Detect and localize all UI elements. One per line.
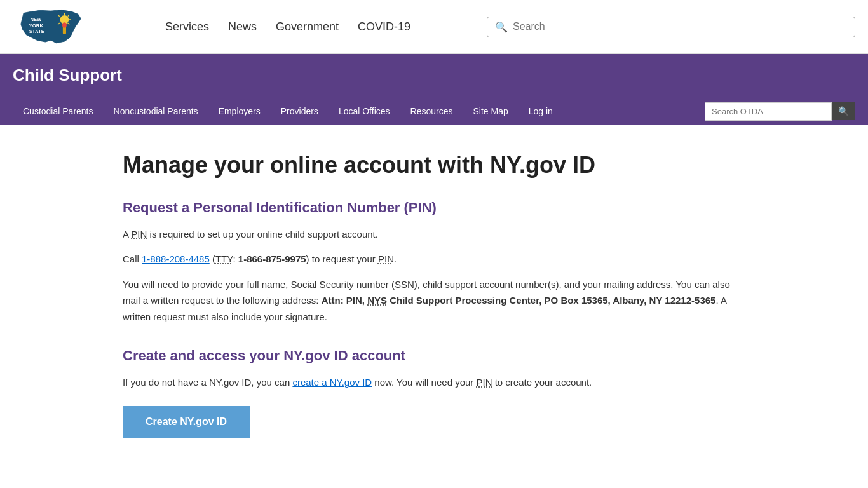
search-input[interactable] [513, 21, 847, 32]
site-banner: Child Support [0, 54, 868, 97]
logo-area: NEW YORK STATE [13, 8, 165, 46]
secondary-nav-links: Custodial Parents Noncustodial Parents E… [13, 97, 705, 125]
page-title: Manage your online account with NY.gov I… [123, 151, 745, 180]
svg-text:NEW: NEW [30, 17, 42, 22]
top-navigation: NEW YORK STATE Services News Government … [0, 0, 868, 54]
nav-covid[interactable]: COVID-19 [358, 20, 410, 34]
nav-news[interactable]: News [228, 20, 257, 34]
site-title: Child Support [13, 65, 855, 85]
pin-para-2: Call 1-888-208-4485 (TTY: 1-866-875-9975… [123, 251, 745, 268]
svg-text:STATE: STATE [29, 29, 44, 34]
pin-section-heading: Request a Personal Identification Number… [123, 200, 745, 216]
search-icon: 🔍 [495, 21, 508, 33]
tty-number: 1-866-875-9975 [238, 254, 306, 264]
svg-text:YORK: YORK [29, 23, 44, 29]
pin-section: Request a Personal Identification Number… [123, 200, 745, 325]
content-primary: Manage your online account with NY.gov I… [123, 151, 745, 461]
nav-providers[interactable]: Providers [271, 97, 329, 125]
nygov-section-heading: Create and access your NY.gov ID account [123, 348, 745, 364]
main-content: Manage your online account with NY.gov I… [85, 125, 783, 486]
tty-abbr: TTY [215, 254, 233, 264]
pin-para-3: You will need to provide your full name,… [123, 276, 745, 325]
nys-abbr: NYS [367, 295, 387, 306]
nav-log-in[interactable]: Log in [519, 97, 563, 125]
nav-resources[interactable]: Resources [400, 97, 463, 125]
nav-government[interactable]: Government [276, 20, 339, 34]
ny-state-logo: NEW YORK STATE [13, 8, 89, 46]
nygov-para-1: If you do not have a NY.gov ID, you can … [123, 374, 745, 391]
pin-abbr-2: PIN [378, 254, 394, 264]
nav-services[interactable]: Services [165, 20, 209, 34]
phone-link-primary[interactable]: 1-888-208-4485 [142, 254, 210, 264]
main-nav-links: Services News Government COVID-19 [165, 20, 487, 34]
nygov-section-link[interactable]: Create and access your NY.gov ID account [123, 348, 405, 363]
svg-point-11 [62, 22, 67, 28]
nav-employers[interactable]: Employers [208, 97, 271, 125]
create-nygov-box[interactable]: Create NY.gov ID [123, 406, 250, 438]
address-bold: Attn: PIN, NYS Child Support Processing … [322, 295, 716, 306]
create-nygov-link[interactable]: create a NY.gov ID [292, 377, 372, 388]
secondary-navigation: Custodial Parents Noncustodial Parents E… [0, 97, 868, 125]
pin-para-1: A PIN is required to set up your online … [123, 226, 745, 243]
create-nygov-cta: Create NY.gov ID [146, 416, 227, 427]
nygov-section: Create and access your NY.gov ID account… [123, 348, 745, 438]
search-otda-area: 🔍 [705, 102, 855, 121]
search-otda-button[interactable]: 🔍 [832, 102, 855, 120]
nav-local-offices[interactable]: Local Offices [329, 97, 400, 125]
search-otda-input[interactable] [705, 102, 832, 121]
nav-site-map[interactable]: Site Map [463, 97, 518, 125]
pin-abbr-1: PIN [131, 229, 147, 240]
pin-abbr-3: PIN [477, 377, 492, 388]
nav-custodial-parents[interactable]: Custodial Parents [13, 97, 104, 125]
pin-section-link[interactable]: Request a Personal Identification Number… [123, 200, 437, 215]
top-search-area: 🔍 [487, 17, 855, 37]
nav-noncustodial-parents[interactable]: Noncustodial Parents [104, 97, 208, 125]
